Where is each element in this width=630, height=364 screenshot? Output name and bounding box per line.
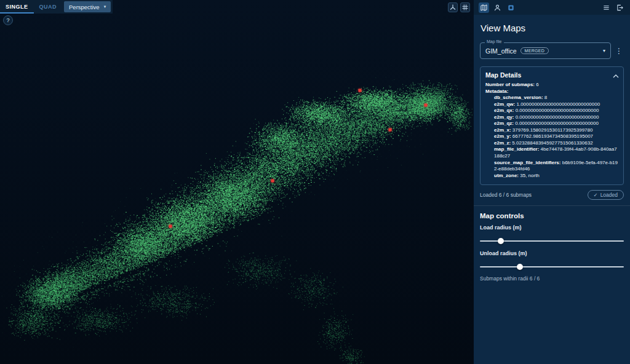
page-title: View Maps	[474, 15, 630, 40]
projection-label: Perspective	[69, 4, 100, 10]
detail-value: 0.00000000000000000000000000000	[516, 114, 599, 120]
caret-down-icon: ▾	[603, 48, 605, 53]
view-maps-nav-button[interactable]	[479, 2, 489, 13]
layers-nav-button[interactable]	[506, 2, 516, 13]
gizmo-axes-button[interactable]	[448, 2, 458, 12]
sidebar-action-icons	[601, 2, 625, 13]
map-select-row: Map file GIM_office MERGED ▾ ⋮	[474, 40, 630, 65]
detail-value: 6	[536, 82, 538, 87]
unload-radius-slider[interactable]	[480, 266, 624, 267]
user-icon	[494, 4, 501, 11]
list-menu-button[interactable]	[601, 2, 612, 13]
loaded-badge-label: Loaded	[600, 192, 618, 198]
viewport[interactable]: SINGLE QUAD Perspective ▾ ?	[0, 0, 474, 364]
detail-row: e2m_y: 6677762.9861934734508395195007	[485, 133, 618, 140]
help-button[interactable]: ?	[3, 15, 13, 25]
detail-key: e2m_x:	[494, 127, 512, 133]
caret-down-icon: ▾	[104, 4, 106, 9]
detail-key: Metadata:	[485, 89, 508, 94]
detail-row: Metadata:	[485, 89, 618, 95]
sidebar-topbar	[474, 0, 630, 15]
detail-key: Number of submaps:	[485, 82, 536, 87]
submap-marker[interactable]	[389, 129, 392, 132]
detail-key: utm_zone:	[494, 173, 520, 178]
load-radius-label: Load radius (m)	[474, 223, 630, 232]
merged-badge: MERGED	[520, 47, 549, 54]
submaps-within-radii-text: Submaps within radii 6 / 6	[474, 274, 630, 283]
detail-row: e2m_qz: 0.00000000000000000000000000000	[485, 121, 618, 127]
grid-toggle-button[interactable]	[460, 2, 470, 12]
map-controls-title: Map controls	[474, 208, 630, 223]
detail-row: utm_zone: 35, north	[485, 173, 618, 180]
detail-row: Number of submaps: 6	[485, 82, 618, 89]
detail-row: map_file_identifier: 4be74478-39f4-4ab7-…	[485, 146, 618, 159]
detail-value: 0.00000000000000000000000000000	[516, 108, 599, 113]
detail-key: map_file_identifier:	[494, 146, 541, 152]
map-details-rows: Number of submaps: 6Metadata: db_schema_…	[485, 82, 618, 179]
map-details-title: Map Details	[485, 71, 618, 79]
chevron-up-icon	[613, 74, 619, 78]
submap-marker[interactable]	[425, 104, 428, 107]
detail-key: e2m_y:	[494, 133, 512, 139]
loaded-submaps-text: Loaded 6 / 6 submaps	[480, 192, 532, 198]
loaded-status-row: Loaded 6 / 6 submaps ✓ Loaded	[474, 189, 630, 205]
detail-key: e2m_qy:	[494, 114, 516, 120]
detail-row: e2m_z: 5.0232884839459277515061330632	[485, 140, 618, 147]
unload-radius-label: Unload radius (m)	[474, 248, 630, 258]
grid-icon	[462, 4, 468, 10]
logout-button[interactable]	[615, 2, 625, 13]
detail-key: source_map_file_identifiers:	[494, 160, 562, 165]
map-file-select[interactable]: Map file GIM_office MERGED ▾	[480, 42, 611, 59]
load-radius-slider[interactable]	[480, 240, 624, 242]
tab-single[interactable]: SINGLE	[0, 0, 34, 14]
user-nav-button[interactable]	[492, 2, 503, 13]
viewport-tools	[448, 2, 470, 12]
detail-row: e2m_x: 379769.15802915301173925399780	[485, 127, 618, 134]
submap-marker[interactable]	[169, 225, 172, 228]
load-radius-slider-wrap	[474, 232, 630, 248]
logout-icon	[616, 4, 623, 11]
map-select-label: Map file	[485, 39, 504, 44]
map-options-menu-button[interactable]: ⋮	[614, 47, 624, 55]
detail-row: e2m_qw: 1.00000000000000000000000000000	[485, 101, 618, 108]
map-controls-section: Map controls Load radius (m) Unload radi…	[474, 205, 630, 283]
app-window: SINGLE QUAD Perspective ▾ ?	[0, 0, 630, 364]
menu-icon	[603, 4, 610, 11]
layers-icon	[508, 4, 514, 11]
viewport-topbar: SINGLE QUAD Perspective ▾	[0, 0, 113, 14]
detail-value: 35, north	[520, 173, 540, 178]
loaded-status-badge[interactable]: ✓ Loaded	[588, 190, 624, 200]
detail-key: e2m_qw:	[494, 101, 516, 107]
point-cloud-canvas[interactable]	[0, 0, 474, 364]
detail-value: 8	[544, 95, 547, 100]
submap-marker[interactable]	[271, 180, 274, 183]
selected-map-name: GIM_office	[485, 47, 517, 55]
detail-row: source_map_file_identifiers: b6b9109e-5e…	[485, 160, 618, 173]
detail-value: 0.00000000000000000000000000000	[515, 121, 599, 126]
sidebar-nav-icons	[479, 2, 516, 13]
collapse-details-button[interactable]	[613, 71, 619, 80]
detail-value: 6677762.9861934734508395195007	[512, 133, 593, 139]
tab-quad[interactable]: QUAD	[34, 0, 63, 14]
detail-key: e2m_z:	[494, 140, 512, 146]
detail-row: e2m_qx: 0.00000000000000000000000000000	[485, 108, 618, 114]
detail-key: e2m_qx:	[494, 108, 516, 113]
detail-value: 5.0232884839459277515061330632	[512, 140, 592, 146]
detail-key: db_schema_version:	[494, 95, 544, 100]
submap-marker[interactable]	[359, 89, 362, 92]
detail-row: db_schema_version: 8	[485, 95, 618, 101]
projection-dropdown[interactable]: Perspective ▾	[64, 1, 111, 12]
sidebar: View Maps Map file GIM_office MERGED ▾ ⋮…	[474, 0, 630, 364]
map-icon	[480, 4, 487, 11]
detail-value: 1.00000000000000000000000000000	[516, 101, 600, 107]
detail-row: e2m_qy: 0.00000000000000000000000000000	[485, 114, 618, 121]
map-details-card: Map Details Number of submaps: 6Metadata…	[480, 66, 624, 185]
detail-value: 379769.15802915301173925399780	[512, 127, 593, 133]
axes-icon	[450, 4, 456, 10]
check-icon: ✓	[594, 192, 598, 198]
unload-radius-slider-wrap	[474, 258, 630, 274]
detail-key: e2m_qz:	[494, 121, 515, 126]
